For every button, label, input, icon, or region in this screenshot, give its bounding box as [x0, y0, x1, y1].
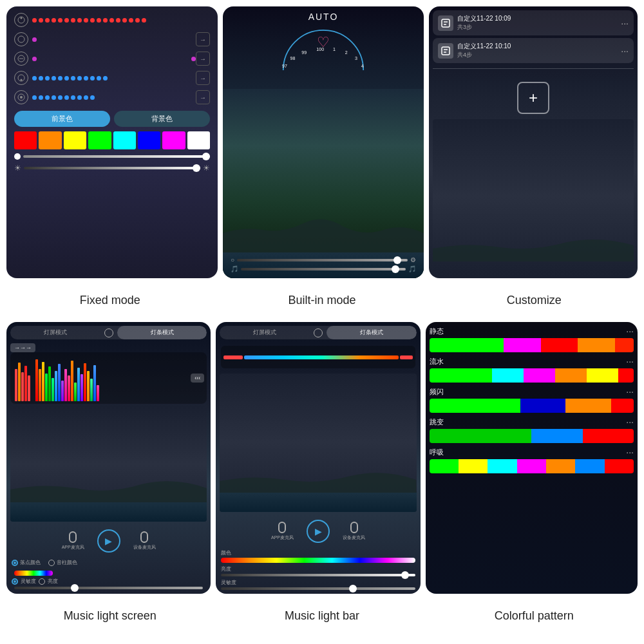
list-item-1[interactable]: 自定义11-22 10:09 共3步 ···	[433, 10, 634, 35]
brightness-slider-track[interactable]	[24, 167, 200, 169]
white-slider-track[interactable]	[23, 155, 210, 158]
device-mic-shape	[140, 531, 148, 543]
background-btn[interactable]: 背景色	[114, 111, 210, 127]
dot	[58, 76, 62, 80]
spectrum-bars	[35, 355, 204, 401]
builtin-sensitivity-thumb	[392, 265, 399, 273]
bar-color-slider[interactable]	[221, 558, 415, 563]
list-item-menu-2[interactable]: ···	[621, 46, 629, 56]
bar-play-button[interactable]: ▶	[307, 520, 330, 543]
svg-rect-27	[28, 375, 30, 401]
dial-container: ♡ 97 98 99 100 1 2 3 4	[272, 24, 375, 89]
sensitivity-radio[interactable]	[12, 578, 18, 585]
bar-app-mic-shape	[278, 522, 286, 533]
swatch-orange[interactable]	[39, 131, 61, 149]
swatch-white[interactable]	[187, 131, 210, 149]
dot	[191, 57, 196, 61]
dot-color-label: 落点颜色	[20, 559, 41, 566]
swatch-green[interactable]	[88, 131, 111, 149]
dot	[45, 76, 50, 80]
sensitivity-label-text: 灵敏度	[21, 578, 36, 585]
music-color-slider-row	[14, 571, 203, 576]
pattern-static-menu[interactable]: ···	[626, 326, 634, 336]
brightness-radio[interactable]	[39, 578, 45, 585]
static-color-1	[430, 338, 504, 352]
waveform-side	[13, 356, 32, 401]
bar-music-controls: APP麦克风 ▶ 设备麦克风	[216, 520, 420, 543]
builtin-brightness-track[interactable]	[237, 259, 408, 261]
bar-seg-1	[223, 355, 243, 359]
rainbow-slider[interactable]	[14, 571, 53, 576]
bar-sensitivity-track[interactable]	[221, 587, 415, 590]
pattern-jump-name: 跳变	[430, 417, 444, 427]
power-icon-2[interactable]	[314, 328, 323, 337]
dot	[39, 18, 43, 23]
dot-row-5: →	[12, 89, 213, 106]
dot	[58, 95, 62, 100]
bar-brightness-label: 亮度	[221, 565, 415, 573]
dot	[71, 95, 75, 100]
bar-sensitivity-thumb	[349, 585, 357, 592]
bar-color-label: 音柱颜色	[57, 559, 77, 566]
pattern-breathe-menu[interactable]: ···	[626, 447, 634, 457]
foreground-btn[interactable]: 前景色	[14, 111, 110, 127]
strobe-color-2	[520, 399, 566, 413]
pattern-flow-name: 流水	[430, 357, 444, 366]
tab-light-bar[interactable]: 灯条模式	[117, 326, 207, 339]
tab-light-screen[interactable]: 灯屏模式	[10, 326, 100, 339]
jump-color-1	[430, 429, 532, 443]
strobe-color-1	[430, 399, 520, 413]
pattern-flow-bar	[430, 368, 634, 383]
dot	[77, 18, 82, 23]
dot-row-1	[12, 12, 213, 28]
music-light-bar-screen: 灯屏模式 灯条模式	[216, 322, 420, 594]
swatch-red[interactable]	[14, 131, 37, 149]
tab-bar-light-screen[interactable]: 灯屏模式	[220, 326, 310, 339]
color-label-text: 颜色	[221, 549, 415, 556]
list-item-2[interactable]: 自定义11-22 10:10 共4步 ···	[433, 38, 634, 63]
bar-color-radio[interactable]: 音柱颜色	[48, 559, 77, 566]
breathe-color-3	[488, 459, 516, 473]
dot	[84, 76, 88, 80]
power-icon[interactable]	[104, 328, 113, 337]
swatch-blue[interactable]	[138, 131, 160, 149]
builtin-brightness-row: ○ ⚙	[231, 256, 416, 263]
bar-seg-2	[244, 355, 398, 359]
dot	[142, 18, 146, 23]
mode-tabs-1: 灯屏模式 灯条模式	[10, 326, 207, 339]
pattern-strobe-menu[interactable]: ···	[626, 386, 634, 397]
sun-icon-large: ☀	[203, 164, 210, 173]
tab-bar-light-bar[interactable]: 灯条模式	[327, 326, 417, 339]
builtin-sensitivity-track[interactable]	[241, 268, 406, 270]
music-bottom-track[interactable]	[14, 587, 203, 589]
next-arrow[interactable]: ‹‹‹	[191, 374, 204, 383]
swatch-cyan[interactable]	[113, 131, 136, 149]
arrow-btn-3[interactable]: →	[196, 71, 210, 85]
bar-13	[74, 383, 77, 401]
add-button[interactable]: +	[517, 82, 549, 114]
dot	[64, 76, 69, 80]
flow-color-6	[618, 368, 634, 383]
dot	[32, 18, 37, 23]
dot-color-radio[interactable]: 落点颜色	[12, 559, 41, 566]
pattern-flow-menu[interactable]: ···	[626, 356, 634, 366]
list-item-menu-1[interactable]: ···	[621, 18, 629, 28]
prev-arrow[interactable]: →→→	[10, 343, 35, 352]
dot	[135, 18, 140, 23]
bar-1	[35, 359, 38, 401]
pattern-breathe-name: 呼吸	[430, 448, 444, 457]
dot	[39, 76, 43, 80]
swatch-yellow[interactable]	[64, 131, 86, 149]
pattern-breathe-header: 呼吸 ···	[430, 447, 634, 457]
bar-brightness-track[interactable]	[221, 574, 415, 576]
arrow-btn-1[interactable]: →	[196, 32, 210, 46]
arrow-btn-4[interactable]: →	[196, 90, 210, 104]
play-button[interactable]: ▶	[97, 529, 120, 553]
arrow-btn-2[interactable]: →	[196, 52, 210, 66]
pattern-jump-menu[interactable]: ···	[626, 417, 634, 427]
dot	[58, 18, 62, 23]
swatch-magenta[interactable]	[162, 131, 185, 149]
flow-color-2	[492, 368, 524, 383]
bar-19	[93, 365, 96, 401]
icon-3	[14, 52, 28, 66]
